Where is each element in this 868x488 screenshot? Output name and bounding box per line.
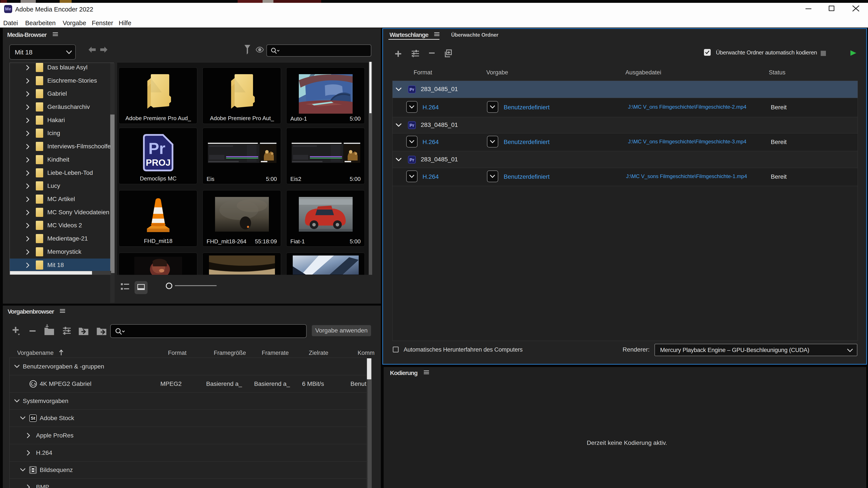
svg-text:Pr: Pr: [148, 139, 165, 158]
svg-text:PROJ: PROJ: [146, 158, 170, 168]
